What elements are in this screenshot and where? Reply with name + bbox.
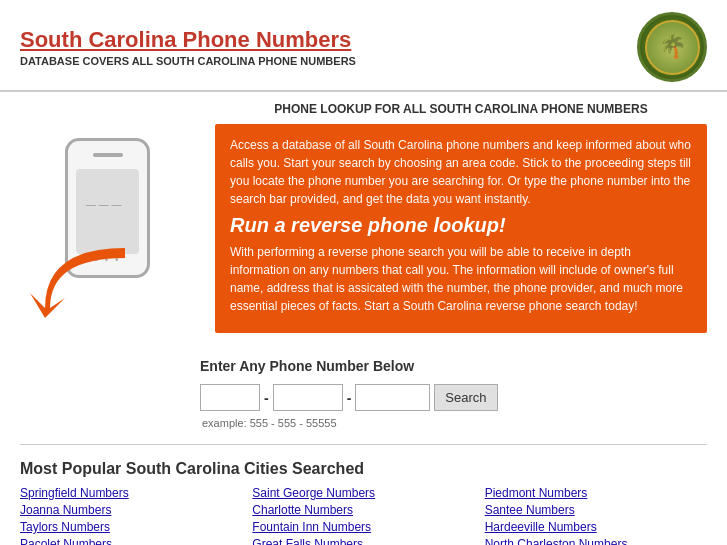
content-area: PHONE LOOKUP FOR ALL SOUTH CAROLINA PHON… xyxy=(200,102,707,333)
phone-input-prefix[interactable] xyxy=(273,384,343,411)
section-title: PHONE LOOKUP FOR ALL SOUTH CAROLINA PHON… xyxy=(215,102,707,116)
reverse-lookup-description: With performing a reverse phone search y… xyxy=(230,243,692,315)
city-link[interactable]: Saint George Numbers xyxy=(252,486,474,500)
separator-1: - xyxy=(264,390,269,406)
city-link[interactable]: Hardeeville Numbers xyxy=(485,520,707,534)
info-paragraph: Access a database of all South Carolina … xyxy=(230,136,692,208)
city-link[interactable]: Great Falls Numbers xyxy=(252,537,474,545)
popular-section-title: Most Popular South Carolina Cities Searc… xyxy=(20,460,707,478)
seal-inner xyxy=(645,20,700,75)
phone-input-area[interactable] xyxy=(200,384,260,411)
city-link[interactable]: Taylors Numbers xyxy=(20,520,242,534)
city-link[interactable]: Fountain Inn Numbers xyxy=(252,520,474,534)
site-subtitle: DATABASE COVERS ALL SOUTH CAROLINA PHONE… xyxy=(20,55,356,67)
city-link[interactable]: Pacolet Numbers xyxy=(20,537,242,545)
site-title-link[interactable]: South Carolina Phone Numbers xyxy=(20,27,351,52)
city-link[interactable]: Charlotte Numbers xyxy=(252,503,474,517)
example-text: example: 555 - 555 - 55555 xyxy=(200,417,707,429)
header-left: South Carolina Phone Numbers DATABASE CO… xyxy=(20,27,356,67)
separator-2: - xyxy=(347,390,352,406)
main-content: PHONE LOOKUP FOR ALL SOUTH CAROLINA PHON… xyxy=(0,92,727,343)
site-title: South Carolina Phone Numbers xyxy=(20,27,356,53)
city-link[interactable]: Springfield Numbers xyxy=(20,486,242,500)
search-button[interactable]: Search xyxy=(434,384,497,411)
phone-input-line[interactable] xyxy=(355,384,430,411)
phone-lookup-section: Enter Any Phone Number Below - - Search … xyxy=(0,343,727,434)
section-divider xyxy=(20,444,707,445)
city-link[interactable]: Piedmont Numbers xyxy=(485,486,707,500)
arrow-graphic xyxy=(25,238,145,328)
state-seal xyxy=(637,12,707,82)
city-link[interactable]: Santee Numbers xyxy=(485,503,707,517)
popular-cities-section: Most Popular South Carolina Cities Searc… xyxy=(0,455,727,545)
page-header: South Carolina Phone Numbers DATABASE CO… xyxy=(0,0,727,92)
cities-grid: Springfield NumbersSaint George NumbersP… xyxy=(20,486,707,545)
city-link[interactable]: North Charleston Numbers xyxy=(485,537,707,545)
reverse-lookup-heading: Run a reverse phone lookup! xyxy=(230,214,692,237)
phone-graphic xyxy=(20,102,200,333)
city-link[interactable]: Joanna Numbers xyxy=(20,503,242,517)
phone-form: - - Search xyxy=(200,384,707,411)
lookup-title: Enter Any Phone Number Below xyxy=(200,358,707,374)
orange-info-box: Access a database of all South Carolina … xyxy=(215,124,707,333)
